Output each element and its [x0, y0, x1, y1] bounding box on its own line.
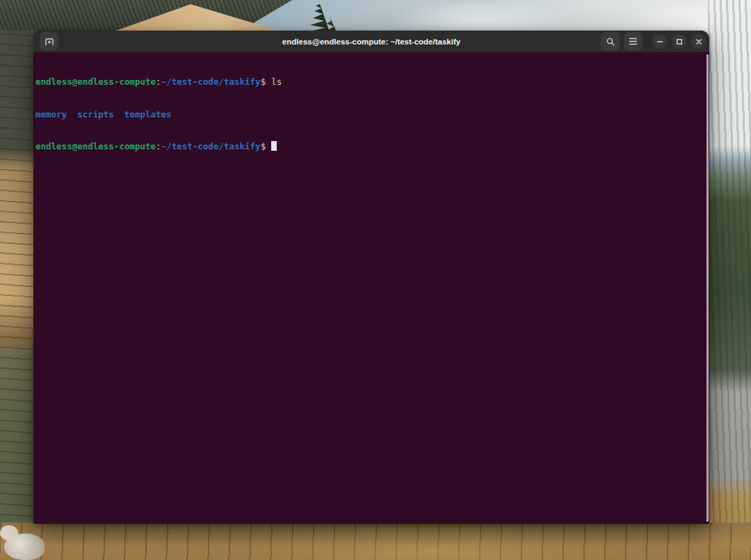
close-button[interactable]	[691, 34, 706, 49]
new-tab-icon	[45, 37, 54, 47]
wallpaper-rock	[0, 525, 18, 541]
wallpaper-wood-wall	[0, 31, 35, 525]
directory-name: templates	[124, 109, 172, 120]
menu-button[interactable]	[624, 32, 643, 51]
search-icon	[606, 37, 615, 47]
wallpaper-ground	[0, 522, 751, 560]
terminal-line: endless@endless-compute:~/test-code/task…	[35, 76, 705, 88]
prompt-symbol: $	[261, 141, 266, 151]
wallpaper-tree	[298, 0, 341, 32]
prompt-colon: :	[156, 141, 161, 151]
directory-name: scripts	[77, 109, 114, 120]
text-cursor	[271, 141, 277, 151]
wallpaper-mountain-slope	[708, 0, 751, 560]
titlebar[interactable]: endless@endless-compute: ~/test-code/tas…	[33, 31, 709, 52]
terminal-window: endless@endless-compute: ~/test-code/tas…	[33, 31, 709, 524]
hamburger-menu-icon	[629, 38, 638, 45]
new-tab-button[interactable]	[40, 32, 58, 51]
search-button[interactable]	[601, 32, 620, 51]
maximize-button[interactable]	[672, 34, 686, 49]
terminal-line-ls-output: memoryscriptstemplates	[35, 109, 705, 120]
scrollbar-thumb[interactable]	[706, 54, 709, 522]
minimize-icon	[656, 38, 663, 45]
prompt-path: ~/test-code/taskify	[161, 76, 261, 87]
prompt-path: ~/test-code/taskify	[161, 141, 261, 151]
prompt-user: endless@endless-compute	[35, 141, 156, 151]
maximize-icon	[676, 38, 683, 45]
desktop-background[interactable]: endless@endless-compute: ~/test-code/tas…	[0, 0, 751, 560]
prompt-symbol: $	[261, 76, 266, 87]
prompt-user: endless@endless-compute	[35, 76, 156, 87]
terminal-screen[interactable]: endless@endless-compute:~/test-code/task…	[33, 52, 709, 524]
prompt-colon: :	[156, 76, 161, 87]
directory-name: memory	[35, 109, 67, 120]
terminal-line: endless@endless-compute:~/test-code/task…	[35, 141, 705, 152]
typed-command: ls	[271, 76, 282, 87]
minimize-button[interactable]	[652, 34, 667, 49]
close-icon	[695, 38, 702, 45]
